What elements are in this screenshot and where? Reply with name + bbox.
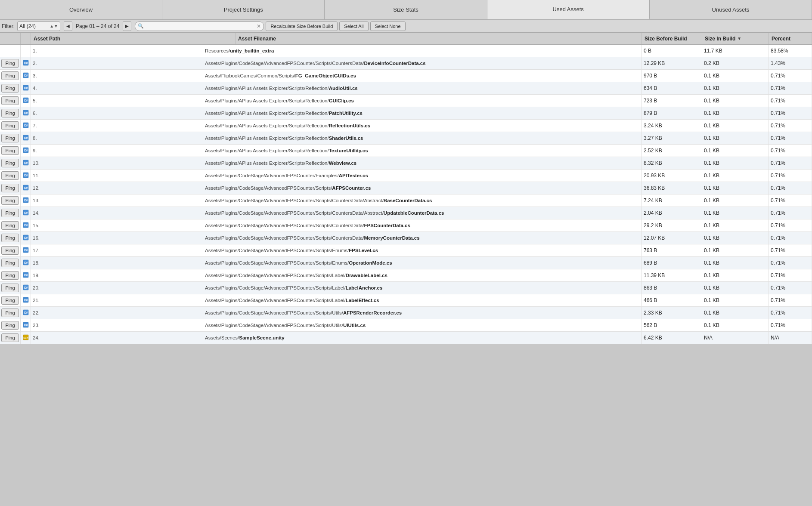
table-row: PingC#3. Assets/FlipbookGames/Common/Scr…: [0, 70, 812, 82]
percent-cell: 0.71%: [769, 269, 812, 281]
filter-value: All (24): [19, 23, 50, 29]
ping-button[interactable]: Ping: [1, 121, 19, 130]
asset-path-cell: 19.: [31, 269, 203, 281]
ping-button[interactable]: Ping: [1, 171, 19, 180]
size-before-cell: 20.93 KB: [642, 170, 702, 182]
size-before-cell: 689 B: [642, 257, 702, 269]
file-icon-cell: C#: [21, 182, 31, 194]
percent-cell: 0.71%: [769, 145, 812, 157]
asset-path-cell: 17.: [31, 244, 203, 256]
ping-button[interactable]: Ping: [1, 234, 19, 242]
search-input[interactable]: [146, 23, 257, 29]
percent-cell: 0.71%: [769, 282, 812, 294]
tab-used-assets[interactable]: Used Assets: [487, 0, 650, 19]
percent-cell: 0.71%: [769, 95, 812, 107]
file-icon-cell: C#: [21, 145, 31, 157]
ping-cell: Ping: [0, 207, 21, 219]
file-icon-cell: C#: [21, 157, 31, 169]
file-icon-cell: C#: [21, 132, 31, 144]
asset-path-cell: 2.: [31, 57, 203, 69]
asset-path-cell: 21.: [31, 294, 203, 306]
ping-cell: Ping: [0, 319, 21, 331]
filter-select[interactable]: All (24) ▲▼: [17, 22, 60, 31]
tab-unused-assets[interactable]: Unused Assets: [650, 0, 812, 19]
size-before-cell: 11.39 KB: [642, 269, 702, 281]
asset-path-cell: 24.: [31, 332, 203, 344]
tab-size-stats[interactable]: Size Stats: [325, 0, 487, 19]
cs-file-icon: C#: [23, 110, 29, 117]
select-none-button[interactable]: Select None: [370, 22, 406, 31]
file-icon-cell: C#: [21, 219, 31, 231]
ping-button[interactable]: Ping: [1, 109, 19, 117]
ping-button[interactable]: Ping: [1, 159, 19, 167]
cs-file-icon: C#: [23, 147, 29, 154]
svg-text:C#: C#: [24, 86, 28, 89]
asset-filename-cell: Assets/Plugins/CodeStage/AdvancedFPSCoun…: [203, 182, 642, 194]
ping-button[interactable]: Ping: [1, 209, 19, 217]
ping-button[interactable]: Ping: [1, 333, 19, 342]
prev-page-button[interactable]: ◀: [64, 22, 72, 31]
ping-button[interactable]: Ping: [1, 134, 19, 142]
table-row: PingC#7. Assets/Plugins/APlus Assets Exp…: [0, 120, 812, 132]
search-clear-icon[interactable]: ✕: [257, 23, 261, 29]
percent-cell: 0.71%: [769, 257, 812, 269]
select-all-button[interactable]: Select All: [339, 22, 368, 31]
size-in-build-cell: 0.2 KB: [702, 57, 769, 69]
ping-cell: Ping: [0, 70, 21, 82]
tab-size-stats-label: Size Stats: [393, 6, 418, 13]
svg-text:C#: C#: [24, 149, 28, 152]
ping-cell: Ping: [0, 57, 21, 69]
cs-file-icon: C#: [23, 247, 29, 254]
ping-button[interactable]: Ping: [1, 196, 19, 205]
ping-button[interactable]: Ping: [1, 246, 19, 255]
asset-filename-cell: Assets/Plugins/APlus Assets Explorer/Scr…: [203, 145, 642, 157]
ping-button[interactable]: Ping: [1, 71, 19, 80]
cs-file-icon: C#: [23, 122, 29, 130]
asset-filename-cell: Assets/Plugins/APlus Assets Explorer/Scr…: [203, 132, 642, 144]
ping-button[interactable]: Ping: [1, 84, 19, 93]
ping-button[interactable]: Ping: [1, 259, 19, 267]
ping-button[interactable]: Ping: [1, 309, 19, 317]
recalculate-button[interactable]: Recalculate Size Before Build: [266, 22, 338, 31]
asset-filename-cell: Assets/Plugins/CodeStage/AdvancedFPSCoun…: [203, 307, 642, 319]
cs-file-icon: C#: [23, 272, 29, 279]
size-in-build-cell: 0.1 KB: [702, 232, 769, 244]
asset-path-cell: 8.: [31, 132, 203, 144]
next-page-button[interactable]: ▶: [123, 22, 131, 31]
sort-arrow-icon: ▼: [737, 36, 741, 41]
asset-path-cell: 22.: [31, 307, 203, 319]
file-icon-cell: SCN: [21, 332, 31, 344]
ping-button[interactable]: Ping: [1, 96, 19, 105]
ping-button[interactable]: Ping: [1, 146, 19, 155]
ping-button[interactable]: Ping: [1, 184, 19, 192]
ping-button[interactable]: Ping: [1, 59, 19, 68]
cs-file-icon: C#: [23, 322, 29, 329]
table-row: PingC#23. Assets/Plugins/CodeStage/Advan…: [0, 319, 812, 332]
ping-button[interactable]: Ping: [1, 284, 19, 292]
ping-cell: Ping: [0, 170, 21, 182]
ping-button[interactable]: Ping: [1, 321, 19, 330]
asset-filename-cell: Resources/unity_builtin_extra: [203, 45, 642, 57]
tab-overview[interactable]: Overview: [0, 0, 162, 19]
svg-text:SCN: SCN: [23, 336, 28, 339]
tab-project-settings[interactable]: Project Settings: [162, 0, 325, 19]
ping-button[interactable]: Ping: [1, 271, 19, 280]
size-in-build-cell: 0.1 KB: [702, 157, 769, 169]
size-in-build-cell: 0.1 KB: [702, 244, 769, 256]
ping-button[interactable]: Ping: [1, 221, 19, 230]
size-in-build-cell: 0.1 KB: [702, 82, 769, 94]
percent-cell: 0.71%: [769, 319, 812, 331]
asset-filename-cell: Assets/Plugins/CodeStage/AdvancedFPSCoun…: [203, 170, 642, 182]
asset-path-cell: 16.: [31, 232, 203, 244]
asset-filename-cell: Assets/Plugins/APlus Assets Explorer/Scr…: [203, 95, 642, 107]
size-before-cell: 6.42 KB: [642, 332, 702, 344]
size-in-build-cell: 0.1 KB: [702, 319, 769, 331]
file-icon-cell: C#: [21, 170, 31, 182]
svg-text:C#: C#: [24, 62, 28, 65]
ping-button[interactable]: Ping: [1, 296, 19, 305]
asset-path-cell: 12.: [31, 182, 203, 194]
ping-cell: Ping: [0, 294, 21, 306]
tab-bar: Overview Project Settings Size Stats Use…: [0, 0, 812, 20]
size-before-cell: 2.33 KB: [642, 307, 702, 319]
ping-cell: Ping: [0, 244, 21, 256]
